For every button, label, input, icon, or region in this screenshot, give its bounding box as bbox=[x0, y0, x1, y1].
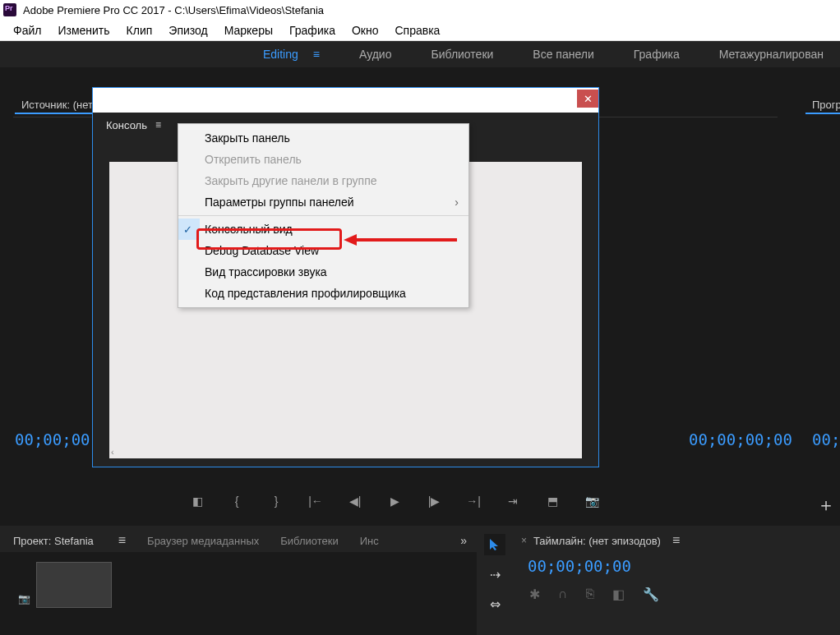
transport-controls: ◧ { } |← ◀| ▶ |▶ →| ⇥ ⬒ 📷 bbox=[189, 493, 600, 509]
menu-item-undock-panel: Открепить панель bbox=[178, 149, 468, 170]
console-window-titlebar[interactable]: ✕ bbox=[93, 88, 598, 113]
window-title: Adobe Premiere Pro CC 2017 - C:\Users\Ef… bbox=[23, 4, 324, 16]
timeline-title: Таймлайн: (нет эпизодов) bbox=[533, 535, 661, 547]
source-duration-timecode: 00;00;00;00 bbox=[689, 430, 792, 449]
insert-icon[interactable]: ⇥ bbox=[505, 493, 521, 509]
menu-separator bbox=[178, 215, 468, 216]
menu-graphics[interactable]: Графика bbox=[281, 24, 344, 37]
console-panel-menu-icon[interactable]: ≡ bbox=[155, 119, 161, 131]
workspace-tab-audio[interactable]: Аудио bbox=[359, 48, 392, 61]
close-timeline-icon[interactable]: × bbox=[521, 535, 527, 546]
media-browser-tab[interactable]: Браузер медиаданных bbox=[147, 535, 259, 547]
menu-item-label: Параметры группы панелей bbox=[205, 196, 354, 209]
submenu-arrow-icon: › bbox=[455, 196, 459, 209]
brace-open-icon[interactable]: { bbox=[228, 493, 245, 509]
svg-marker-1 bbox=[344, 234, 357, 246]
overflow-tabs-icon[interactable]: » bbox=[460, 534, 467, 547]
workspace-tab-metalogging[interactable]: Метажурналирован bbox=[719, 48, 824, 61]
snap-icon[interactable]: ✱ bbox=[529, 587, 540, 602]
ripple-edit-tool-icon[interactable]: ⇔ bbox=[484, 593, 505, 614]
brace-close-icon[interactable]: } bbox=[268, 493, 284, 509]
export-frame-icon[interactable]: 📷 bbox=[584, 493, 600, 509]
console-tab[interactable]: Консоль bbox=[106, 119, 147, 131]
source-panel-tab[interactable]: Источник: (нет bbox=[15, 99, 99, 111]
project-panel-menu-icon[interactable]: ≡ bbox=[118, 533, 126, 548]
workspace-tabs: Editing ≡ Аудио Библиотеки Все панели Гр… bbox=[0, 41, 840, 67]
program-panel-tab[interactable]: Прогр bbox=[805, 99, 840, 111]
menu-bar: Файл Изменить Клип Эпизод Маркеры График… bbox=[0, 20, 840, 41]
panel-context-menu: Закрыть панель Открепить панель Закрыть … bbox=[178, 123, 469, 308]
linked-selection-icon[interactable]: ⎘ bbox=[586, 587, 594, 602]
timeline-timecode[interactable]: 00;00;00;00 bbox=[513, 557, 840, 575]
console-scroll-left-icon[interactable]: ‹ bbox=[111, 447, 114, 457]
info-tab-fragment[interactable]: Инс bbox=[360, 535, 379, 547]
workspace-tab-editing[interactable]: Editing bbox=[263, 48, 298, 61]
libraries-tab[interactable]: Библиотеки bbox=[280, 535, 338, 547]
project-panel: Проект: Stefania ≡ Браузер медиаданных Б… bbox=[0, 529, 477, 635]
overwrite-icon[interactable]: ⬒ bbox=[544, 493, 561, 509]
track-select-tool-icon[interactable]: ⇢ bbox=[484, 564, 505, 585]
marker-icon[interactable]: ◧ bbox=[612, 587, 625, 602]
menu-markers[interactable]: Маркеры bbox=[216, 24, 281, 37]
mark-in-icon[interactable]: ◧ bbox=[189, 493, 205, 509]
checkmark-icon: ✓ bbox=[183, 223, 192, 236]
menu-file[interactable]: Файл bbox=[5, 24, 49, 37]
menu-clip[interactable]: Клип bbox=[118, 24, 161, 37]
menu-item-close-panel[interactable]: Закрыть панель bbox=[178, 127, 468, 149]
window-titlebar: Adobe Premiere Pro CC 2017 - C:\Users\Ef… bbox=[0, 0, 840, 20]
menu-window[interactable]: Окно bbox=[344, 24, 387, 37]
camera-icon: 📷 bbox=[18, 593, 30, 605]
workspace-menu-icon[interactable]: ≡ bbox=[313, 48, 320, 61]
play-icon[interactable]: ▶ bbox=[386, 493, 403, 509]
project-tab[interactable]: Проект: Stefania bbox=[13, 535, 94, 547]
tools-panel: ⇢ ⇔ bbox=[477, 529, 513, 635]
menu-sequence[interactable]: Эпизод bbox=[160, 24, 215, 37]
menu-edit[interactable]: Изменить bbox=[49, 24, 118, 37]
annotation-arrow-icon bbox=[344, 232, 459, 247]
source-timecode[interactable]: 00;00;00; bbox=[15, 430, 99, 449]
settings-wrench-icon[interactable]: 🔧 bbox=[643, 587, 659, 602]
project-item-thumb[interactable] bbox=[36, 562, 112, 608]
menu-item-audio-trace-view[interactable]: Вид трассировки звука bbox=[178, 261, 468, 283]
menu-item-label: Консольный вид bbox=[205, 223, 293, 236]
menu-help[interactable]: Справка bbox=[386, 24, 448, 37]
close-button[interactable]: ✕ bbox=[577, 90, 598, 108]
step-forward-icon[interactable]: |▶ bbox=[426, 493, 442, 509]
workspace-tab-libraries[interactable]: Библиотеки bbox=[431, 48, 493, 61]
magnet-icon[interactable]: ∩ bbox=[558, 587, 568, 602]
menu-item-profiler-view[interactable]: Код представления профилировщика bbox=[178, 283, 468, 304]
button-editor-icon[interactable]: ＋ bbox=[817, 493, 835, 518]
workspace-tab-graphics[interactable]: Графика bbox=[634, 48, 680, 61]
timeline-panel: × Таймлайн: (нет эпизодов) ≡ 00;00;00;00… bbox=[513, 529, 840, 635]
go-to-in-icon[interactable]: |← bbox=[307, 493, 324, 509]
program-timecode[interactable]: 00; bbox=[812, 430, 840, 449]
timeline-panel-menu-icon[interactable]: ≡ bbox=[672, 533, 680, 548]
workspace-tab-allpanels[interactable]: Все панели bbox=[533, 48, 593, 61]
project-bin[interactable]: 📷 bbox=[0, 552, 477, 635]
menu-item-panel-group-settings[interactable]: Параметры группы панелей › bbox=[178, 191, 468, 213]
go-to-out-icon[interactable]: →| bbox=[465, 493, 482, 509]
lower-panels: Проект: Stefania ≡ Браузер медиаданных Б… bbox=[0, 526, 840, 635]
step-back-icon[interactable]: ◀| bbox=[347, 493, 363, 509]
app-logo-icon bbox=[3, 3, 16, 16]
selection-tool-icon[interactable] bbox=[484, 534, 505, 555]
menu-item-close-others: Закрыть другие панели в группе bbox=[178, 170, 468, 191]
